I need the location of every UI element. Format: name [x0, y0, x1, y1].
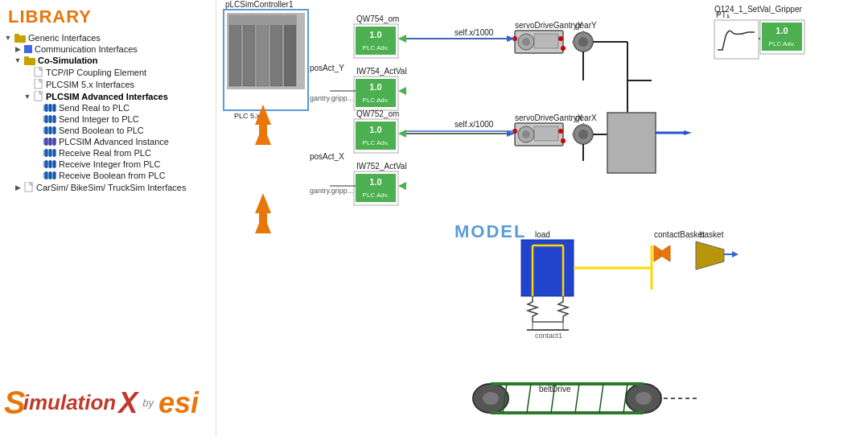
svg-text:PLC Adv.: PLC Adv.: [769, 40, 796, 47]
tree-container: ▼ Generic Interfaces ▶ Communication Int…: [0, 31, 217, 195]
svg-rect-27: [45, 149, 47, 157]
sim-imulation-text: imulation: [23, 390, 117, 415]
svg-text:1.0: 1.0: [369, 30, 381, 39]
svg-rect-33: [53, 160, 56, 168]
svg-rect-35: [45, 171, 47, 179]
svg-rect-12: [49, 104, 51, 112]
plc-bottom-label: PLC 5.x: [234, 112, 261, 120]
gear-icon-send-integer: [43, 114, 56, 124]
expand-icon-tcpip: ▶: [23, 68, 32, 77]
doc-icon-plcsim5x: [34, 79, 43, 89]
gear-icon-send-boolean: [43, 126, 56, 135]
svg-marker-55: [398, 35, 406, 43]
svg-rect-16: [49, 115, 51, 123]
esi-logo-text: esi: [158, 386, 199, 420]
svg-rect-49: [259, 213, 267, 233]
tree-item-carsim[interactable]: ▶ CarSim/ BikeSim/ TruckSim Interfaces: [0, 181, 217, 193]
svg-text:PLC Adv.: PLC Adv.: [363, 139, 389, 146]
svg-line-138: [527, 384, 531, 413]
svg-rect-92: [534, 126, 558, 141]
tree-item-recv-integer[interactable]: ▶ Receive Integer from PLC: [0, 159, 217, 170]
svg-rect-45: [284, 15, 296, 86]
svg-rect-3: [24, 56, 29, 60]
expand-icon-cosim: ▼: [13, 56, 23, 65]
tree-item-plcsim5x[interactable]: ▶ PLCSIM 5.x Interfaces: [0, 78, 217, 90]
tree-item-generic-interfaces[interactable]: ▼ Generic Interfaces: [0, 32, 217, 43]
svg-rect-29: [53, 149, 56, 157]
send-real-label: Send Real to PLC: [59, 103, 130, 113]
plcsim5x-label: PLCSIM 5.x Interfaces: [46, 80, 134, 89]
svg-text:PLC Adv.: PLC Adv.: [363, 97, 389, 104]
svg-rect-41: [229, 15, 241, 86]
svg-rect-46: [229, 15, 296, 25]
tree-item-send-boolean[interactable]: ▶ Send Boolean to PLC: [0, 125, 217, 136]
gear-icon-recv-real: [43, 148, 56, 158]
spacer-recv-real: ▶: [32, 148, 42, 158]
svg-point-95: [561, 138, 566, 143]
svg-text:1.0: 1.0: [369, 177, 381, 187]
tree-item-send-real[interactable]: ▶ Send Real to PLC: [0, 102, 217, 113]
svg-point-82: [561, 46, 566, 51]
svg-marker-70: [398, 182, 406, 190]
send-integer-label: Send Integer to PLC: [59, 114, 139, 124]
tree-item-recv-boolean[interactable]: ▶ Receive Boolean from PLC: [0, 170, 217, 181]
svg-rect-119: [521, 240, 574, 296]
spacer-send-bool: ▶: [32, 126, 42, 135]
svg-point-81: [558, 36, 563, 41]
tree-item-recv-real[interactable]: ▶ Receive Real from PLC: [0, 147, 217, 159]
basket-label: basket: [700, 230, 724, 239]
spacer-recv-int: ▶: [32, 159, 42, 169]
svg-rect-47: [259, 125, 267, 145]
tree-item-plcsim-adv-instance[interactable]: ▶ PLCSIM Advanced Instance: [0, 136, 217, 147]
tree-item-send-integer[interactable]: ▶ Send Integer to PLC: [0, 113, 217, 125]
plcsim-adv-instance-label: PLCSIM Advanced Instance: [59, 137, 169, 146]
svg-marker-128: [696, 241, 724, 270]
svg-marker-108: [684, 130, 692, 135]
expand-icon: ▼: [3, 33, 13, 43]
svg-point-84: [578, 37, 588, 47]
svg-rect-23: [45, 138, 47, 146]
doc-icon-tcpip: [34, 67, 43, 77]
qw752-label: QW752_om: [356, 109, 399, 118]
svg-rect-43: [257, 15, 269, 86]
svg-point-134: [636, 392, 652, 405]
svg-rect-106: [607, 113, 656, 173]
svg-point-78: [522, 38, 530, 46]
svg-rect-21: [53, 126, 56, 134]
svg-rect-13: [53, 104, 56, 112]
tree-item-tcpip[interactable]: ▶ TCP/IP Coupling Element: [0, 66, 217, 78]
tcpip-label: TCP/IP Coupling Element: [46, 68, 146, 77]
svg-rect-31: [45, 160, 47, 168]
spacer-send-real: ▶: [32, 103, 42, 113]
spacer-recv-bool: ▶: [32, 171, 42, 180]
svg-rect-1: [14, 34, 19, 37]
svg-rect-17: [53, 115, 56, 123]
gear-icon-send-real: [43, 103, 56, 113]
diagram-panel: pLCSimController1 PLC 5.x posAct_Y posAc…: [217, 0, 868, 437]
self-x-1000-y: self.x/1000: [455, 28, 494, 37]
tree-item-communication-interfaces[interactable]: ▶ Communication Interfaces: [0, 43, 217, 55]
gear-y-label: gearY: [575, 21, 597, 30]
svg-rect-24: [49, 138, 51, 146]
simulationx-logo: S imulation X by esi: [4, 385, 213, 421]
co-simulation-label: Co-Simulation: [38, 56, 98, 65]
iw752-label: IW752_ActVal: [356, 162, 407, 171]
recv-boolean-label: Receive Boolean from PLC: [59, 171, 166, 180]
svg-marker-60: [398, 87, 406, 95]
expand-icon-carsim: ▶: [13, 183, 23, 192]
svg-rect-32: [49, 160, 51, 168]
gear-icon-plcsim-instance: [43, 137, 56, 146]
iw754-label: IW754_ActVal: [356, 67, 407, 76]
svg-marker-65: [398, 130, 406, 138]
spacer-send-int: ▶: [32, 114, 42, 124]
tree-item-plcsim-adv[interactable]: ▼ PLCSIM Advanced Interfaces: [0, 90, 217, 102]
svg-line-140: [575, 384, 579, 413]
recv-integer-label: Receive Integer from PLC: [59, 159, 161, 169]
gantry-grip-y-label: gantry.gripp...: [310, 94, 353, 102]
gear-icon-recv-integer: [43, 159, 56, 169]
svg-text:PLC Adv.: PLC Adv.: [363, 192, 389, 199]
expand-icon-comm: ▶: [13, 44, 23, 54]
pos-y-label: posAct_Y: [310, 64, 344, 72]
diagram-svg: pLCSimController1 PLC 5.x posAct_Y posAc…: [217, 0, 868, 437]
tree-item-co-simulation[interactable]: ▼ Co-Simulation: [0, 55, 217, 66]
